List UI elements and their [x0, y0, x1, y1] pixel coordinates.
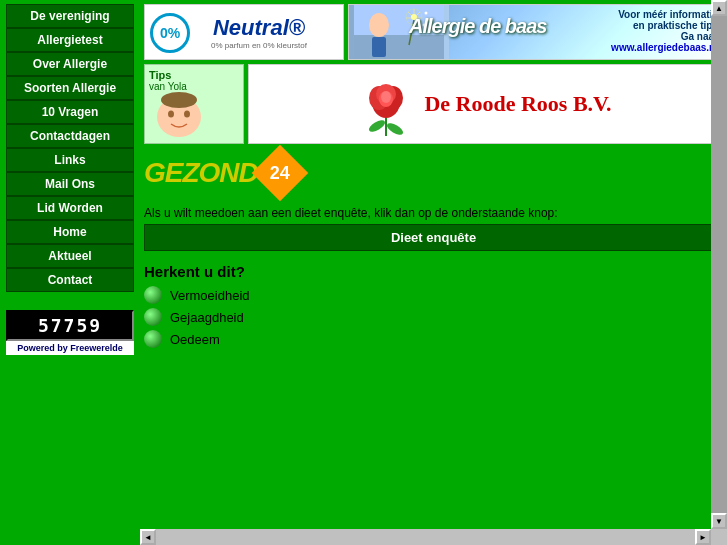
svg-point-20: [368, 118, 388, 134]
top-banners: 0% Neutral® 0% parfum en 0% kleurstof: [144, 4, 723, 60]
sidebar-item-links[interactable]: Links: [6, 148, 134, 172]
neutral-text-block: Neutral® 0% parfum en 0% kleurstof: [211, 15, 307, 50]
sidebar-item-de-vereniging[interactable]: De vereniging: [6, 4, 134, 28]
sidebar-item-over-allergie[interactable]: Over Allergie: [6, 52, 134, 76]
svg-point-27: [381, 91, 391, 103]
sidebar-item-10-vragen[interactable]: 10 Vragen: [6, 100, 134, 124]
symptom-bullet-1: [144, 308, 162, 326]
svg-point-21: [386, 121, 406, 137]
symptom-label-2: Oedeem: [170, 332, 220, 347]
roode-roos-name: De Roode Roos B.V.: [424, 91, 611, 117]
roos-svg: [359, 74, 414, 139]
gezond-text: GEZOND: [144, 157, 258, 189]
gezond-badge: 24: [251, 145, 308, 202]
tips-box[interactable]: Tips van Yola: [144, 64, 244, 144]
sidebar-item-lid-worden[interactable]: Lid Worden: [6, 196, 134, 220]
diet-enquete-button[interactable]: Dieet enquête: [144, 224, 723, 251]
roode-roos-box[interactable]: De Roode Roos B.V.: [248, 64, 723, 144]
sidebar: De verenigingAllergietestOver AllergieSo…: [0, 0, 140, 545]
tips-label: Tips: [149, 69, 171, 81]
symptom-label-0: Vermoeidheid: [170, 288, 250, 303]
sidebar-item-contactdagen[interactable]: Contactdagen: [6, 124, 134, 148]
allergie-title: Allergie de baas: [409, 13, 546, 39]
sidebar-item-soorten-allergie[interactable]: Soorten Allergie: [6, 76, 134, 100]
scroll-down-button[interactable]: ▼: [711, 513, 727, 529]
svg-rect-3: [372, 37, 386, 57]
sidebar-item-mail-ons[interactable]: Mail Ons: [6, 172, 134, 196]
symptom-item-2: Oedeem: [144, 330, 723, 348]
allergie-info-text: Voor méér informatie en praktische tips …: [611, 9, 718, 53]
diet-section: Als u wilt meedoen aan een dieet enquête…: [144, 202, 723, 255]
neutral-sub: 0% parfum en 0% kleurstof: [211, 41, 307, 50]
neutral-banner[interactable]: 0% Neutral® 0% parfum en 0% kleurstof: [144, 4, 344, 60]
scroll-left-button[interactable]: ◄: [140, 529, 156, 545]
svg-point-18: [161, 92, 197, 108]
sidebar-item-aktueel[interactable]: Aktueel: [6, 244, 134, 268]
second-row: Tips van Yola: [144, 64, 723, 144]
scroll-corner: [711, 529, 727, 545]
symptom-item-1: Gejaagdheid: [144, 308, 723, 326]
neutral-percent: 0%: [160, 25, 180, 41]
sidebar-item-contact[interactable]: Contact: [6, 268, 134, 292]
diet-intro: Als u wilt meedoen aan een dieet enquête…: [144, 206, 723, 220]
sidebar-item-home[interactable]: Home: [6, 220, 134, 244]
gezond24-row: GEZOND 24: [144, 148, 723, 198]
neutral-brand: Neutral®: [211, 15, 307, 41]
scroll-right-button[interactable]: ►: [695, 529, 711, 545]
neutral-circle: 0%: [150, 13, 190, 53]
symptom-bullet-2: [144, 330, 162, 348]
symptom-bullet-0: [144, 286, 162, 304]
vertical-scrollbar[interactable]: ▲ ▼: [711, 0, 727, 529]
svg-point-16: [168, 111, 174, 118]
tips-yola: van Yola: [149, 81, 187, 92]
sidebar-item-allergietest[interactable]: Allergietest: [6, 28, 134, 52]
main-content: 0% Neutral® 0% parfum en 0% kleurstof: [140, 0, 727, 545]
scroll-up-button[interactable]: ▲: [711, 0, 727, 16]
roode-roos-flower: [359, 74, 414, 134]
powered-by-label: Powered by Freewerelde: [6, 341, 134, 355]
yola-face-svg: [149, 92, 229, 137]
nav-items: De verenigingAllergietestOver AllergieSo…: [6, 4, 134, 292]
visitor-counter: 57759: [6, 310, 134, 341]
herkent-title: Herkent u dit?: [144, 263, 723, 280]
herkent-section: Herkent u dit? VermoeidheidGejaagdheidOe…: [144, 259, 723, 352]
symptom-label-1: Gejaagdheid: [170, 310, 244, 325]
symptom-item-0: Vermoeidheid: [144, 286, 723, 304]
allergie-banner[interactable]: Allergie de baas Voor méér informatie en…: [348, 4, 723, 60]
symptom-list: VermoeidheidGejaagdheidOedeem: [144, 286, 723, 348]
svg-point-2: [369, 13, 389, 37]
gezond-number: 24: [270, 163, 290, 184]
scroll-track-v[interactable]: [711, 16, 727, 513]
horizontal-scrollbar[interactable]: ◄ ►: [140, 529, 711, 545]
svg-point-17: [184, 111, 190, 118]
